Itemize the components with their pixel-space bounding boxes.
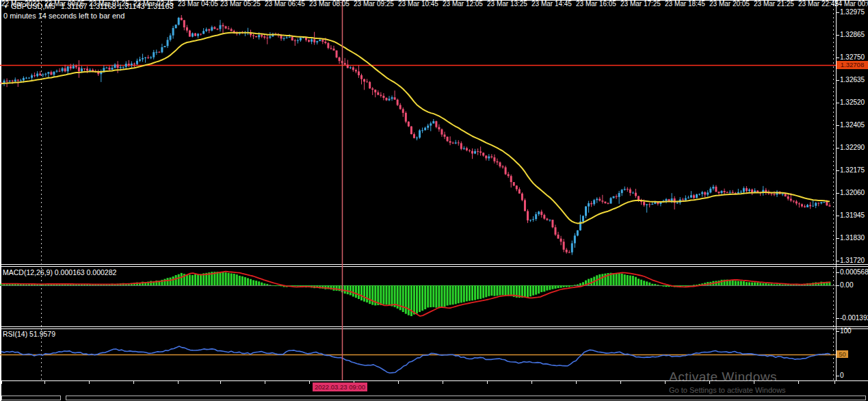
time-axis-label: 23 Mar 18:45: [665, 0, 705, 8]
rsi-axis-label: 100: [840, 327, 852, 335]
time-axis-label: 23 Mar 01:25: [89, 0, 129, 8]
time-axis-label: 23 Mar 04:05: [178, 0, 218, 8]
hline-price-tag[interactable]: 1.32708: [837, 61, 868, 69]
candlestick-series: [1, 15, 831, 255]
activate-windows-watermark: Activate Windows: [669, 370, 777, 385]
macd-axis-label: 0.00: [840, 281, 853, 289]
price-axis-label: 1.32865: [840, 31, 865, 39]
macd-histogram: [1, 272, 831, 316]
mt4-chart-window: ▼GBPUSD,M51.31167 1.31168 1.31143 1.3116…: [0, 0, 868, 401]
price-axis-label: 1.32175: [840, 166, 865, 174]
time-axis-label: 23 Mar 12:05: [443, 0, 483, 8]
moving-average-line[interactable]: [1, 33, 830, 224]
price-axis-label: 1.32290: [840, 144, 865, 152]
macd-axis-label: 0.000568: [840, 268, 868, 276]
day-separator-lines: [42, 1, 834, 380]
time-axis-label: 23 Mar 00:05: [44, 0, 85, 8]
time-axis-label: 23 Mar 10:45: [398, 0, 438, 8]
activate-windows-subtext: Go to Settings to activate Windows: [669, 386, 786, 394]
price-axis-label: 1.31830: [840, 234, 865, 242]
price-axis-label: 1.31945: [840, 211, 865, 220]
vline-time-tag[interactable]: 2022.03.23 09:00: [313, 383, 367, 391]
price-axis-label: 1.32060: [840, 189, 865, 197]
time-axis-label: 23 Mar 02:45: [133, 0, 174, 8]
macd-indicator-label: MACD(12,26,9) 0.000163 0.000282: [3, 268, 116, 276]
time-axis-label: 23 Mar 13:25: [487, 0, 527, 8]
time-axis-label: 23 Mar 09:25: [354, 0, 394, 8]
time-axis-label: 23 Mar 20:05: [709, 0, 750, 8]
price-axis-label: 1.31720: [840, 257, 865, 265]
scrollbar-thumb[interactable]: [66, 396, 866, 400]
price-axis-label: 1.32975: [840, 8, 865, 16]
time-axis-label: 23 Mar 16:05: [576, 0, 616, 8]
price-axis-label: 1.32635: [840, 76, 865, 84]
rsi-axis-label: 0: [840, 372, 844, 380]
price-axis-label: 1.32405: [840, 121, 865, 129]
time-axis-label: 23 Mar 17:25: [620, 0, 661, 8]
bar-timer-label: 0 minutes 14 seconds left to bar end: [3, 12, 124, 20]
time-axis-label: 23 Mar 08:05: [309, 0, 350, 8]
rsi-indicator-label: RSI(14) 51.9579: [3, 330, 55, 338]
time-axis-label: 24 Mar 00:05: [834, 0, 868, 8]
time-axis-label: 23 Mar 06:45: [265, 0, 305, 8]
rsi-level-tag: 50: [837, 350, 848, 358]
time-axis-label: 23 Mar 21:25: [754, 0, 794, 8]
time-axis-label: 22 Mar 2022: [1, 0, 40, 8]
time-axis-label: 23 Mar 14:45: [531, 0, 572, 8]
time-axis-label: 23 Mar 22:45: [798, 0, 839, 8]
macd-axis-label: -0.001392: [840, 314, 868, 322]
price-axis-label: 1.32520: [840, 99, 865, 107]
time-axis-label: 23 Mar 05:25: [220, 0, 261, 8]
scrollbar-segment[interactable]: [1, 396, 61, 400]
panel-frame-lines: [0, 0, 868, 401]
chart-canvas[interactable]: [0, 0, 868, 401]
